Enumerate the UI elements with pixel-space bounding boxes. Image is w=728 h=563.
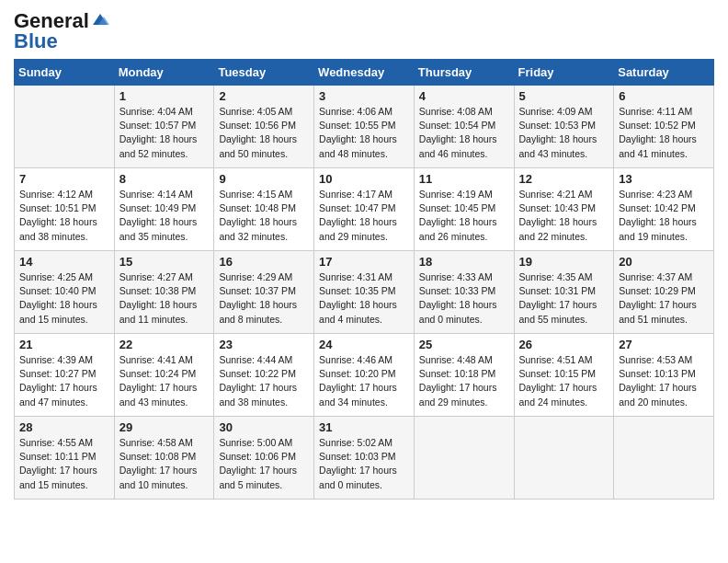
day-number: 11: [419, 172, 509, 186]
day-number: 20: [619, 255, 709, 269]
day-info: Sunrise: 4:33 AM Sunset: 10:33 PM Daylig…: [419, 270, 509, 327]
weekday-header-thursday: Thursday: [414, 60, 514, 86]
calendar-cell: 28Sunrise: 4:55 AM Sunset: 10:11 PM Dayl…: [15, 417, 115, 500]
calendar-cell: 31Sunrise: 5:02 AM Sunset: 10:03 PM Dayl…: [314, 417, 415, 500]
day-number: 31: [319, 420, 409, 434]
day-info: Sunrise: 4:53 AM Sunset: 10:13 PM Daylig…: [619, 353, 709, 409]
day-info: Sunrise: 4:55 AM Sunset: 10:11 PM Daylig…: [19, 436, 109, 492]
day-number: 14: [19, 255, 109, 269]
day-info: Sunrise: 4:23 AM Sunset: 10:42 PM Daylig…: [619, 188, 709, 244]
calendar-cell: 9Sunrise: 4:15 AM Sunset: 10:48 PM Dayli…: [214, 168, 314, 251]
calendar-cell: 11Sunrise: 4:19 AM Sunset: 10:45 PM Dayl…: [414, 168, 514, 251]
calendar-cell: 21Sunrise: 4:39 AM Sunset: 10:27 PM Dayl…: [15, 334, 115, 417]
day-info: Sunrise: 4:48 AM Sunset: 10:18 PM Daylig…: [419, 353, 509, 409]
calendar-cell: [514, 417, 614, 500]
day-info: Sunrise: 4:41 AM Sunset: 10:24 PM Daylig…: [119, 353, 210, 409]
weekday-header-row: SundayMondayTuesdayWednesdayThursdayFrid…: [15, 60, 714, 86]
day-info: Sunrise: 4:11 AM Sunset: 10:52 PM Daylig…: [619, 105, 709, 161]
day-info: Sunrise: 4:15 AM Sunset: 10:48 PM Daylig…: [219, 188, 309, 244]
weekday-header-sunday: Sunday: [15, 60, 115, 86]
calendar-cell: 20Sunrise: 4:37 AM Sunset: 10:29 PM Dayl…: [614, 251, 714, 334]
calendar-cell: 14Sunrise: 4:25 AM Sunset: 10:40 PM Dayl…: [15, 251, 115, 334]
calendar-cell: 22Sunrise: 4:41 AM Sunset: 10:24 PM Dayl…: [114, 334, 214, 417]
day-number: 19: [519, 255, 609, 269]
calendar-cell: 29Sunrise: 4:58 AM Sunset: 10:08 PM Dayl…: [114, 417, 214, 500]
day-number: 22: [119, 338, 210, 351]
calendar-cell: [414, 417, 514, 500]
calendar-cell: 19Sunrise: 4:35 AM Sunset: 10:31 PM Dayl…: [514, 251, 614, 334]
calendar-table: SundayMondayTuesdayWednesdayThursdayFrid…: [14, 59, 714, 500]
day-number: 12: [519, 172, 609, 186]
calendar-cell: 15Sunrise: 4:27 AM Sunset: 10:38 PM Dayl…: [114, 251, 214, 334]
weekday-header-tuesday: Tuesday: [214, 60, 314, 86]
calendar-cell: [15, 86, 115, 168]
day-info: Sunrise: 4:29 AM Sunset: 10:37 PM Daylig…: [219, 270, 309, 327]
day-number: 5: [519, 89, 609, 103]
day-info: Sunrise: 4:25 AM Sunset: 10:40 PM Daylig…: [19, 270, 109, 327]
calendar-cell: 5Sunrise: 4:09 AM Sunset: 10:53 PM Dayli…: [514, 86, 614, 168]
day-info: Sunrise: 4:05 AM Sunset: 10:56 PM Daylig…: [219, 105, 309, 161]
day-info: Sunrise: 4:14 AM Sunset: 10:49 PM Daylig…: [119, 188, 210, 244]
day-number: 3: [319, 89, 409, 103]
day-number: 21: [19, 338, 109, 351]
day-number: 27: [619, 338, 709, 351]
calendar-cell: 23Sunrise: 4:44 AM Sunset: 10:22 PM Dayl…: [214, 334, 314, 417]
calendar-cell: 24Sunrise: 4:46 AM Sunset: 10:20 PM Dayl…: [314, 334, 415, 417]
calendar-cell: 7Sunrise: 4:12 AM Sunset: 10:51 PM Dayli…: [15, 168, 115, 251]
weekday-header-wednesday: Wednesday: [314, 60, 415, 86]
day-info: Sunrise: 4:09 AM Sunset: 10:53 PM Daylig…: [519, 105, 609, 161]
day-number: 7: [19, 172, 109, 186]
calendar-cell: 27Sunrise: 4:53 AM Sunset: 10:13 PM Dayl…: [614, 334, 714, 417]
calendar-cell: 12Sunrise: 4:21 AM Sunset: 10:43 PM Dayl…: [514, 168, 614, 251]
calendar-cell: 10Sunrise: 4:17 AM Sunset: 10:47 PM Dayl…: [314, 168, 415, 251]
day-info: Sunrise: 5:00 AM Sunset: 10:06 PM Daylig…: [219, 436, 309, 492]
calendar-cell: 17Sunrise: 4:31 AM Sunset: 10:35 PM Dayl…: [314, 251, 415, 334]
day-info: Sunrise: 5:02 AM Sunset: 10:03 PM Daylig…: [319, 436, 409, 492]
weekday-header-monday: Monday: [114, 60, 214, 86]
logo-blue: Blue: [14, 29, 58, 53]
day-number: 2: [219, 89, 309, 103]
day-info: Sunrise: 4:21 AM Sunset: 10:43 PM Daylig…: [519, 188, 609, 244]
day-info: Sunrise: 4:39 AM Sunset: 10:27 PM Daylig…: [19, 353, 109, 409]
calendar-cell: 16Sunrise: 4:29 AM Sunset: 10:37 PM Dayl…: [214, 251, 314, 334]
day-info: Sunrise: 4:17 AM Sunset: 10:47 PM Daylig…: [319, 188, 409, 244]
week-row-2: 7Sunrise: 4:12 AM Sunset: 10:51 PM Dayli…: [15, 168, 714, 251]
day-info: Sunrise: 4:35 AM Sunset: 10:31 PM Daylig…: [519, 270, 609, 327]
weekday-header-friday: Friday: [514, 60, 614, 86]
day-info: Sunrise: 4:19 AM Sunset: 10:45 PM Daylig…: [419, 188, 509, 244]
day-number: 8: [119, 172, 210, 186]
day-info: Sunrise: 4:04 AM Sunset: 10:57 PM Daylig…: [119, 105, 210, 161]
day-number: 29: [119, 420, 210, 434]
day-info: Sunrise: 4:51 AM Sunset: 10:15 PM Daylig…: [519, 353, 609, 409]
day-number: 16: [219, 255, 309, 269]
calendar-cell: 13Sunrise: 4:23 AM Sunset: 10:42 PM Dayl…: [614, 168, 714, 251]
page-header: General Blue: [14, 9, 714, 53]
logo: General Blue: [14, 9, 109, 53]
calendar-cell: 25Sunrise: 4:48 AM Sunset: 10:18 PM Dayl…: [414, 334, 514, 417]
calendar-cell: 18Sunrise: 4:33 AM Sunset: 10:33 PM Dayl…: [414, 251, 514, 334]
day-number: 28: [19, 420, 109, 434]
day-number: 26: [519, 338, 609, 351]
day-info: Sunrise: 4:37 AM Sunset: 10:29 PM Daylig…: [619, 270, 709, 327]
day-number: 30: [219, 420, 309, 434]
day-info: Sunrise: 4:06 AM Sunset: 10:55 PM Daylig…: [319, 105, 409, 161]
day-number: 1: [119, 89, 210, 103]
week-row-3: 14Sunrise: 4:25 AM Sunset: 10:40 PM Dayl…: [15, 251, 714, 334]
day-info: Sunrise: 4:44 AM Sunset: 10:22 PM Daylig…: [219, 353, 309, 409]
day-number: 15: [119, 255, 210, 269]
day-number: 10: [319, 172, 409, 186]
calendar-cell: 26Sunrise: 4:51 AM Sunset: 10:15 PM Dayl…: [514, 334, 614, 417]
logo-icon: [91, 12, 109, 27]
calendar-cell: 3Sunrise: 4:06 AM Sunset: 10:55 PM Dayli…: [314, 86, 415, 168]
day-number: 13: [619, 172, 709, 186]
day-number: 6: [619, 89, 709, 103]
day-number: 25: [419, 338, 509, 351]
calendar-cell: 1Sunrise: 4:04 AM Sunset: 10:57 PM Dayli…: [114, 86, 214, 168]
week-row-4: 21Sunrise: 4:39 AM Sunset: 10:27 PM Dayl…: [15, 334, 714, 417]
calendar-cell: 6Sunrise: 4:11 AM Sunset: 10:52 PM Dayli…: [614, 86, 714, 168]
day-info: Sunrise: 4:12 AM Sunset: 10:51 PM Daylig…: [19, 188, 109, 244]
day-number: 17: [319, 255, 409, 269]
calendar-cell: 4Sunrise: 4:08 AM Sunset: 10:54 PM Dayli…: [414, 86, 514, 168]
day-info: Sunrise: 4:31 AM Sunset: 10:35 PM Daylig…: [319, 270, 409, 327]
day-number: 24: [319, 338, 409, 351]
